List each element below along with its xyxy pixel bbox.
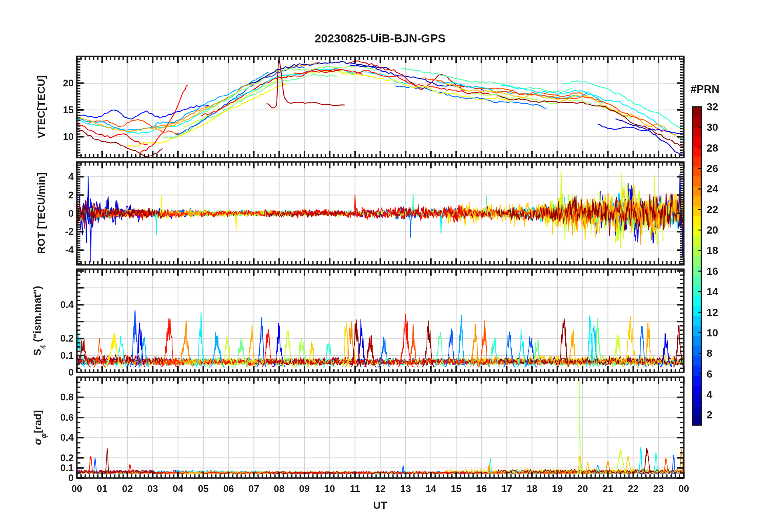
y-tick-label: -4: [65, 244, 74, 256]
colorbar-tick-label: 32: [707, 101, 718, 113]
x-tick-label: 11: [350, 483, 360, 494]
x-tick-label: 03: [147, 483, 158, 494]
colorbar-tick-label: 28: [707, 142, 718, 154]
x-tick-label: 06: [223, 483, 234, 494]
x-tick-label: 01: [97, 483, 108, 494]
y-tick-label: 0.4: [60, 432, 74, 443]
y-axis-label-s4: S4 ("ism.mat"): [31, 286, 45, 356]
x-tick-label: 08: [274, 483, 284, 494]
x-tick-label: 09: [299, 483, 310, 494]
x-tick-label: 14: [426, 483, 437, 494]
colorbar-tick-label: 22: [707, 203, 718, 216]
x-tick-label: 10: [324, 483, 335, 494]
colorbar-title: #PRN: [691, 83, 719, 96]
y-tick-label: 0: [68, 208, 74, 219]
colorbar-tick-label: 6: [707, 368, 712, 380]
x-tick-label: 17: [501, 483, 512, 494]
y-tick-label: 4: [68, 171, 74, 182]
y-tick-label: 10: [63, 131, 74, 142]
x-tick-label: 16: [476, 483, 487, 494]
x-tick-label: 21: [603, 483, 613, 494]
y-tick-label: 0: [68, 472, 74, 484]
colorbar-tick-label: 10: [707, 326, 718, 339]
y-tick-label: 0: [68, 367, 74, 378]
colorbar-tick-label: 16: [707, 265, 718, 277]
y-tick-label: -2: [65, 226, 74, 237]
x-tick-label: 07: [248, 483, 259, 494]
colorbar-tick-label: 12: [707, 306, 718, 318]
x-tick-label: 05: [198, 483, 209, 494]
x-tick-label: 20: [577, 483, 588, 494]
x-tick-label: 23: [653, 483, 664, 494]
x-tick-label: 19: [552, 483, 563, 494]
y-tick-label: 0.2: [60, 333, 74, 344]
x-tick-label: 15: [451, 483, 462, 494]
colorbar-tick-label: 4: [707, 388, 712, 400]
chart-canvas: [0, 0, 761, 532]
y-tick-label: 0.1: [60, 462, 74, 474]
x-tick-label: 22: [628, 483, 639, 494]
x-tick-label: 18: [527, 483, 537, 494]
y-tick-label: 2: [68, 190, 74, 201]
y-axis-label-sigma-phi: σφ[rad]: [32, 410, 46, 445]
y-tick-label: 0.8: [60, 392, 74, 403]
x-tick-label: 12: [375, 483, 386, 494]
chart-figure: 20230825-UiB-BJN-GPS UT #PRN VTEC[TECU] …: [0, 0, 761, 532]
y-tick-label: 0.1: [60, 350, 74, 361]
colorbar-tick-label: 20: [707, 224, 718, 236]
colorbar-tick-label: 18: [707, 244, 718, 257]
y-tick-label: 0.2: [60, 452, 74, 464]
y-tick-label: 15: [63, 104, 74, 116]
colorbar-tick-label: 26: [707, 162, 718, 175]
y-axis-label-rot: ROT [TECU/min]: [35, 172, 48, 254]
colorbar-tick-label: 14: [707, 286, 718, 298]
chart-title: 20230825-UiB-BJN-GPS: [314, 32, 445, 45]
y-tick-label: 20: [63, 78, 74, 89]
colorbar-tick-label: 24: [707, 183, 718, 195]
colorbar-tick-label: 2: [707, 409, 712, 421]
x-tick-label: 04: [172, 483, 183, 494]
y-tick-label: 0.6: [60, 412, 74, 423]
x-tick-label: 00: [72, 483, 82, 494]
x-tick-label: 13: [400, 483, 411, 494]
colorbar-tick-label: 30: [707, 121, 718, 134]
colorbar-tick-label: 8: [707, 347, 712, 360]
x-axis-label: UT: [373, 499, 387, 512]
y-tick-label: 0.4: [60, 299, 74, 310]
x-tick-label: 00: [679, 483, 689, 494]
y-axis-label-vtec: VTEC[TECU]: [35, 75, 48, 138]
x-tick-label: 02: [122, 483, 133, 494]
